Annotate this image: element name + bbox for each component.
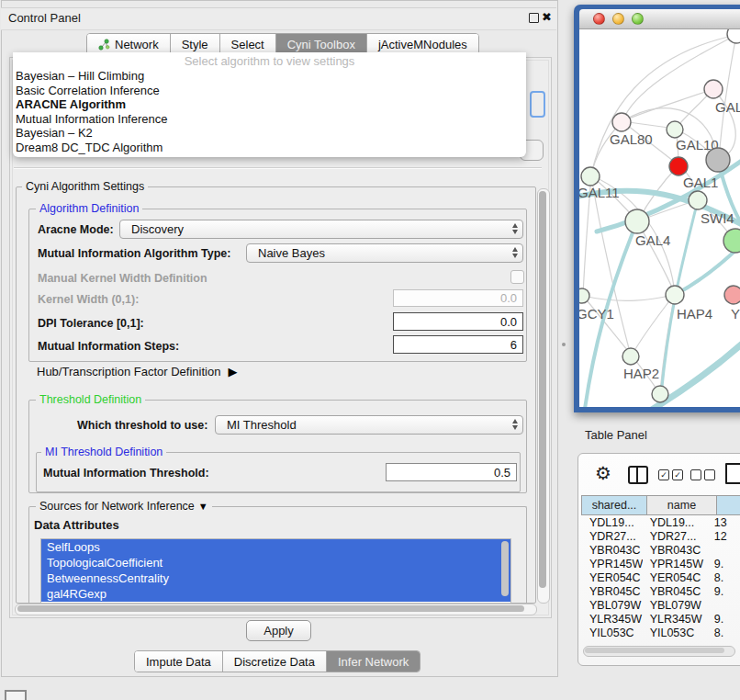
close-icon[interactable]: ✖ [542,10,552,24]
close-traffic-light[interactable] [593,13,605,25]
network-node-label: HAP2 [623,366,659,381]
scrollbar-thumb[interactable] [17,605,524,612]
algorithm-dropdown-items: Bayesian – Hill ClimbingBasic Correlatio… [16,69,521,155]
mi-steps-field[interactable]: 6 [393,335,523,354]
network-node-swi4[interactable] [689,191,707,209]
network-edge[interactable] [622,89,713,121]
table-row[interactable]: YBR043CYBR043C [582,544,740,558]
network-edge[interactable] [719,35,736,159]
apply-button[interactable]: Apply [246,620,311,641]
network-edge[interactable] [632,294,675,356]
network-node-hap2[interactable] [622,348,639,365]
scrollbar-thumb[interactable] [585,648,724,653]
list-scrollbar[interactable] [501,541,509,596]
mi-type-combo[interactable]: Naive Bayes [246,243,523,263]
network-edge[interactable] [583,295,675,300]
attribute-item-betweennesscentrality[interactable]: BetweennessCentrality [41,570,510,586]
dpi-tolerance-field[interactable]: 0.0 [393,312,523,331]
hidden-combo-fragment [530,91,545,118]
corner-widget-icon[interactable] [5,690,27,700]
table-row[interactable]: YLR345WYLR345W9. [582,613,740,627]
unchecked-columns-icon[interactable] [690,469,715,480]
network-node-gal11[interactable] [581,167,600,186]
dropdown-item-aracne-algorithm[interactable]: ARACNE Algorithm [16,97,521,112]
settings-horizontal-scrollbar[interactable] [15,604,537,615]
tab-cyni-toolbox[interactable]: Cyni Toolbox [276,34,367,54]
table-row[interactable]: YPR145WYPR145W9. [582,558,740,571]
network-edge[interactable] [591,175,631,356]
network-graph[interactable]: GALGAL80GAL10GAL1GAL11SWI4GAL4GCY1HAP4YH… [579,29,740,407]
divider-handle[interactable] [562,343,566,346]
scrollbar-thumb[interactable] [539,191,546,588]
settings-vertical-scrollbar[interactable] [537,188,550,604]
table-row[interactable]: YIL053CYIL053C8. [582,627,740,637]
which-threshold-combo[interactable]: MI Threshold [215,415,523,435]
column-header-clipped[interactable] [716,495,740,515]
float-window-icon[interactable] [529,13,539,23]
which-threshold-value: MI Threshold [227,418,297,432]
checkbox-checked-icon: ✓ [672,469,683,480]
aracne-mode-combo[interactable]: Discovery [119,220,523,239]
kernel-width-field[interactable]: 0.0 [393,289,523,307]
table-row[interactable]: YDR27...YDR27...12 [582,530,740,544]
dropdown-item-basic-correlation-inference[interactable]: Basic Correlation Inference [16,84,521,98]
dropdown-item-dream8-dc-tdc-algorithm[interactable]: Dream8 DC_TDC Algorithm [16,141,521,155]
table-cell: 12 [707,530,740,544]
table-row[interactable]: YBR045CYBR045C9. [582,585,740,599]
network-node-y[interactable] [724,286,740,304]
hub-definition-toggle[interactable]: Hub/Transcription Factor Definition▶ [37,365,237,378]
column-header-shared-[interactable]: shared... [581,495,647,515]
table-cell: 9. [707,613,740,627]
mi-type-value: Naive Bayes [258,246,325,260]
expanded-arrow-icon: ▼ [198,501,208,512]
network-node[interactable] [652,386,668,402]
dropdown-item-bayesian-hill-climbing[interactable]: Bayesian – Hill Climbing [16,69,521,84]
mi-threshold-label: Mutual Information Threshold: [43,467,209,480]
table-row[interactable]: YDL19...YDL19...13 [582,516,740,530]
network-node-gal10[interactable] [667,121,683,138]
network-canvas[interactable]: GALGAL80GAL10GAL1GAL11SWI4GAL4GCY1HAP4YH… [579,29,740,407]
attribute-item-selfloops[interactable]: SelfLoops [41,539,510,555]
table-horizontal-scrollbar[interactable] [583,646,735,657]
tab-select[interactable]: Select [220,34,276,54]
network-node-gcy1[interactable] [579,288,589,303]
network-node[interactable] [727,29,740,43]
tab-impute-data[interactable]: Impute Data [135,651,223,672]
dropdown-item-mutual-information-inference[interactable]: Mutual Information Inference [16,112,521,127]
tab-infer-network[interactable]: Infer Network [327,651,420,672]
attribute-item-gal4rgexp[interactable]: gal4RGexp [41,586,510,602]
table-panel: ⚙ ✓ ✓ shared...name YDL19...YDL19...13YD… [577,453,740,666]
mi-threshold-field[interactable]: 0.5 [386,463,517,481]
network-node-gal80[interactable] [612,113,631,131]
tab-style[interactable]: Style [171,34,220,54]
control-panel-titlebar[interactable] [1,7,556,30]
attribute-item-topologicalcoefficient[interactable]: TopologicalCoefficient [41,555,510,570]
split-table-icon[interactable] [628,466,648,484]
network-node-gal[interactable] [704,80,723,98]
network-node[interactable] [723,229,740,253]
sources-group-title[interactable]: Sources for Network Inference▼ [36,500,212,513]
tab-label: Discretize Data [234,655,315,669]
column-header-name[interactable]: name [646,495,717,515]
network-node-label: SWI4 [701,210,734,226]
network-node[interactable] [706,148,730,172]
tab-jactivemnodules[interactable]: jActiveMNodules [367,34,478,54]
tab-label: Select [231,38,264,51]
minimize-traffic-light[interactable] [612,13,624,25]
table-row[interactable]: YBL079WYBL079W [582,599,740,613]
network-window-titlebar[interactable] [579,9,740,29]
data-attributes-list[interactable]: SelfLoopsTopologicalCoefficientBetweenne… [40,538,511,604]
network-node-gal4[interactable] [625,209,649,233]
dropdown-item-bayesian-k2[interactable]: Bayesian – K2 [16,126,521,141]
manual-kernel-checkbox[interactable] [510,270,524,284]
checked-columns-icon[interactable]: ✓ ✓ [658,469,683,480]
gear-icon[interactable]: ⚙ [595,464,611,482]
tab-discretize-data[interactable]: Discretize Data [223,651,327,672]
network-node-hap4[interactable] [666,286,684,304]
zoom-traffic-light[interactable] [632,13,644,25]
tab-network[interactable]: Network [87,34,171,54]
document-icon[interactable] [725,463,740,484]
table-row[interactable]: YER054CYER054C8. [582,571,740,585]
network-node-gal1[interactable] [669,157,688,175]
network-view-window[interactable]: GALGAL80GAL10GAL1GAL11SWI4GAL4GCY1HAP4YH… [574,5,740,412]
